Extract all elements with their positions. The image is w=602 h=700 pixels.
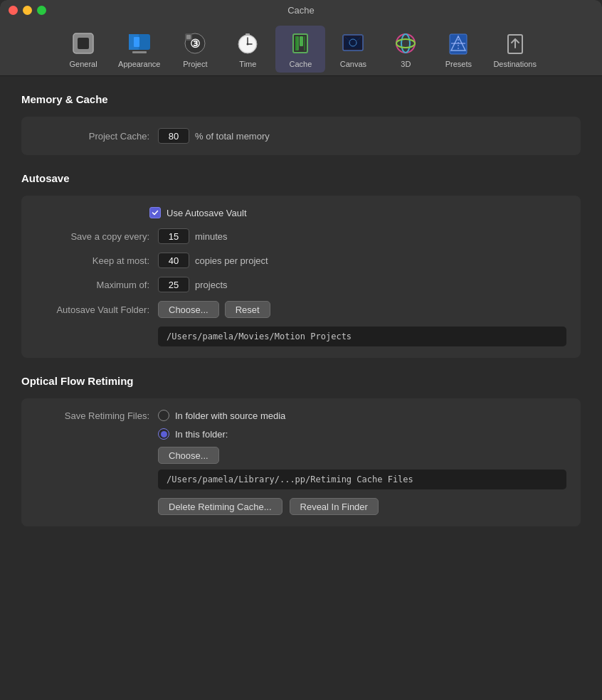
svg-rect-6 [132, 51, 147, 53]
cache-icon [287, 30, 314, 57]
time-icon [234, 30, 261, 57]
maximize-button[interactable] [37, 6, 46, 15]
title-bar: Cache [0, 0, 602, 20]
toolbar-item-project[interactable]: ③ Project [170, 26, 220, 73]
project-cache-input[interactable] [158, 128, 189, 144]
toolbar-item-general[interactable]: General [58, 26, 108, 73]
vault-folder-label: Autosave Vault Folder: [36, 304, 149, 315]
destinations-icon [502, 30, 529, 57]
toolbar-item-cache[interactable]: Cache [275, 26, 325, 73]
autosave-title: Autosave [21, 172, 581, 184]
appearance-icon [126, 30, 153, 57]
radio-row-2: In this folder: [36, 428, 566, 440]
toolbar-item-canvas[interactable]: Canvas [328, 26, 378, 73]
autosave-body: Use Autosave Vault Save a copy every: mi… [21, 196, 581, 358]
vault-reset-button[interactable]: Reset [225, 301, 270, 318]
svg-rect-19 [300, 36, 303, 46]
toolbar-item-appearance[interactable]: Appearance [111, 26, 167, 73]
save-copy-input[interactable] [158, 228, 189, 244]
project-label: Project [183, 60, 207, 68]
keep-at-most-input[interactable] [158, 253, 189, 268]
memory-cache-body: Project Cache: % of total memory [21, 117, 581, 155]
radio-source-media[interactable] [158, 410, 169, 421]
window-title: Cache [287, 5, 315, 16]
vault-path-display: /Users/pamela/Movies/Motion Projects [158, 327, 566, 346]
radio-inner-dot [161, 431, 167, 438]
3d-icon [392, 30, 419, 57]
svg-rect-20 [304, 36, 305, 51]
svg-rect-10 [186, 35, 191, 39]
optical-choose-container: Choose... [36, 447, 566, 464]
keep-at-most-row: Keep at most: copies per project [36, 253, 566, 268]
3d-label: 3D [401, 60, 411, 68]
maximum-of-row: Maximum of: projects [36, 277, 566, 292]
memory-cache-section: Memory & Cache Project Cache: % of total… [21, 93, 581, 155]
radio-this-folder[interactable] [158, 428, 169, 440]
reveal-finder-button[interactable]: Reveal In Finder [290, 498, 379, 515]
optical-flow-body: Save Retiming Files: In folder with sour… [21, 398, 581, 526]
maximum-of-input[interactable] [158, 277, 189, 292]
presets-label: Presets [445, 60, 472, 68]
canvas-icon [339, 30, 366, 57]
optical-flow-title: Optical Flow Retiming [21, 375, 581, 387]
autosave-checkbox-row[interactable]: Use Autosave Vault [36, 207, 566, 218]
save-copy-unit: minutes [195, 231, 228, 242]
time-label: Time [239, 60, 256, 68]
project-cache-row: Project Cache: % of total memory [36, 128, 566, 144]
optical-path-display: /Users/pamela/Library/...pp/Retiming Cac… [158, 470, 566, 489]
keep-at-most-unit: copies per project [195, 255, 268, 266]
autosave-checkbox[interactable] [149, 207, 161, 218]
maximum-of-label: Maximum of: [36, 280, 149, 290]
svg-rect-5 [134, 37, 139, 47]
project-icon: ③ [181, 30, 208, 57]
optical-actions-row: Delete Retiming Cache... Reveal In Finde… [158, 498, 566, 515]
cache-label: Cache [289, 60, 312, 68]
save-retiming-label: Save Retiming Files: [36, 410, 149, 421]
optical-choose-button[interactable]: Choose... [158, 447, 219, 464]
radio2-label: In this folder: [175, 429, 228, 440]
vault-path-container: /Users/pamela/Movies/Motion Projects [36, 327, 566, 346]
vault-folder-row: Autosave Vault Folder: Choose... Reset [36, 301, 566, 318]
optical-flow-section: Optical Flow Retiming Save Retiming File… [21, 375, 581, 526]
save-copy-label: Save a copy every: [36, 231, 149, 242]
svg-rect-16 [245, 33, 250, 36]
optical-path-container: /Users/pamela/Library/...pp/Retiming Cac… [36, 470, 566, 489]
project-cache-unit: % of total memory [195, 131, 270, 142]
svg-point-15 [247, 43, 249, 46]
radio1-label: In folder with source media [175, 410, 285, 421]
destinations-label: Destinations [493, 60, 537, 68]
toolbar-item-3d[interactable]: 3D [381, 26, 431, 73]
svg-point-27 [396, 34, 415, 53]
delete-retiming-button[interactable]: Delete Retiming Cache... [158, 498, 282, 515]
canvas-label: Canvas [340, 60, 366, 68]
svg-rect-1 [78, 38, 89, 49]
svg-rect-21 [295, 36, 297, 51]
svg-point-29 [396, 39, 415, 48]
traffic-lights [9, 6, 46, 15]
general-icon [70, 30, 97, 57]
maximum-of-unit: projects [195, 280, 228, 290]
save-copy-row: Save a copy every: minutes [36, 228, 566, 244]
project-cache-label: Project Cache: [36, 131, 149, 142]
autosave-checkbox-label: Use Autosave Vault [167, 208, 247, 218]
appearance-label: Appearance [118, 60, 160, 68]
keep-at-most-label: Keep at most: [36, 255, 149, 266]
toolbar-item-presets[interactable]: Presets [433, 26, 483, 73]
close-button[interactable] [9, 6, 18, 15]
toolbar-item-time[interactable]: Time [223, 26, 273, 73]
optical-bottom-buttons: Delete Retiming Cache... Reveal In Finde… [36, 498, 566, 515]
vault-choose-button[interactable]: Choose... [158, 301, 219, 318]
minimize-button[interactable] [23, 6, 32, 15]
radio-row-1: Save Retiming Files: In folder with sour… [36, 410, 566, 421]
autosave-section: Autosave Use Autosave Vault Save a copy … [21, 172, 581, 358]
toolbar: General Appearance ③ Project [0, 20, 602, 76]
vault-buttons: Choose... Reset [158, 301, 270, 318]
presets-icon [445, 30, 472, 57]
content-area: Memory & Cache Project Cache: % of total… [0, 76, 602, 561]
svg-point-28 [401, 34, 410, 53]
svg-rect-23 [345, 37, 361, 48]
general-label: General [69, 60, 97, 68]
memory-cache-title: Memory & Cache [21, 93, 581, 105]
toolbar-item-destinations[interactable]: Destinations [486, 26, 544, 73]
